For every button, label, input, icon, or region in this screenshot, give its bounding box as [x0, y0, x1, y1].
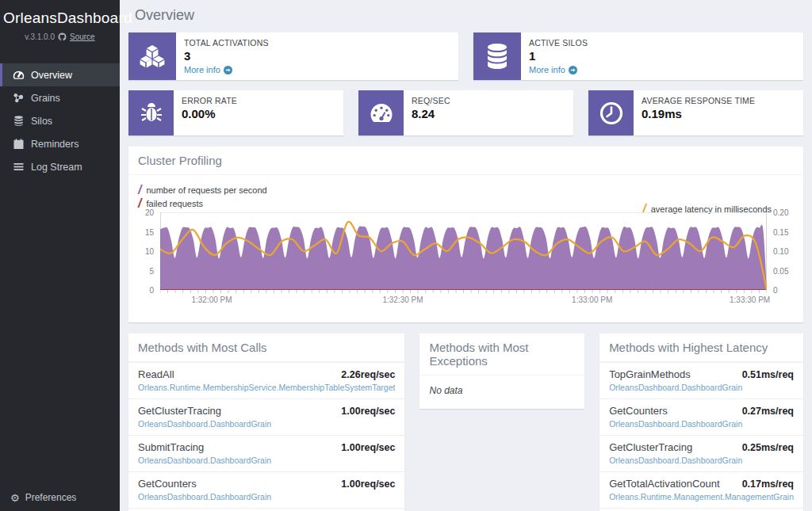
- method-row: ReadAll2.26req/sec Orleans.Runtime.Membe…: [128, 362, 404, 399]
- y-tick-label: 0.10: [773, 247, 788, 256]
- sidebar-item-grains[interactable]: Grains: [0, 86, 120, 109]
- grain-link[interactable]: OrleansDashboard.DashboardGrain: [138, 456, 395, 465]
- stat-value: 1: [529, 49, 588, 63]
- panel-most-exceptions: Methods with Most Exceptions No data: [419, 334, 584, 409]
- grain-link[interactable]: OrleansDashboard.DashboardGrain: [609, 419, 794, 429]
- method-row: GetClusterTracing1.00req/sec OrleansDash…: [128, 399, 404, 435]
- method-row: GetCounters1.00req/sec OrleansDashboard.…: [128, 471, 404, 508]
- more-info-link[interactable]: More info: [184, 65, 269, 74]
- stat-card-total-activations: TOTAL ACTIVATIONS 3 More info: [128, 32, 458, 80]
- page-title: Overview: [135, 7, 803, 24]
- method-value: 2.26req/sec: [341, 369, 395, 380]
- sidebar-item-overview[interactable]: Overview: [0, 63, 120, 86]
- reminders-icon: [13, 139, 25, 149]
- stats-row-1: TOTAL ACTIVATIONS 3 More info ACTIVE SIL…: [128, 32, 803, 80]
- grain-link[interactable]: OrleansDashboard.DashboardGrain: [609, 383, 794, 392]
- stat-label: ACTIVE SILOS: [529, 38, 588, 48]
- legend-slash-requests: /: [138, 185, 141, 195]
- stats-row-2: ERROR RATE 0.00% REQ/SEC 8.24 AVERAGE RE…: [128, 90, 803, 135]
- grain-link[interactable]: Orleans.Runtime.Management.ManagementGra…: [609, 492, 794, 501]
- clock-icon: [599, 101, 623, 125]
- stat-card-avg-response-time: AVERAGE RESPONSE TIME 0.19ms: [588, 90, 803, 135]
- stat-value: 3: [184, 49, 269, 63]
- sidebar-item-label: Reminders: [31, 139, 79, 150]
- preferences-button[interactable]: ⚙ Preferences: [10, 492, 76, 503]
- sidebar-item-label: Silos: [31, 116, 52, 127]
- preferences-label: Preferences: [25, 492, 77, 503]
- method-row: GetClusterTracing0.25ms/req OrleansDashb…: [599, 435, 803, 471]
- x-tick-label: 1:32:30 PM: [382, 296, 423, 304]
- bug-icon: [140, 101, 163, 125]
- stat-value: 0.00%: [182, 107, 237, 120]
- sidebar: OrleansDashboard v.3.1.0.0 Source Overvi…: [0, 0, 120, 511]
- cluster-profiling-title: Cluster Profiling: [128, 147, 803, 175]
- panel-title: Methods with Most Exceptions: [419, 334, 584, 376]
- grain-link[interactable]: OrleansDashboard.DashboardGrain: [609, 456, 794, 465]
- arrow-circle-icon: [569, 66, 577, 74]
- sidebar-item-label: Grains: [31, 93, 60, 104]
- legend-slash-failed: /: [138, 199, 141, 208]
- grain-link[interactable]: OrleansDashboard.DashboardGrain: [138, 419, 395, 429]
- arrow-circle-icon: [224, 66, 232, 74]
- grain-link[interactable]: OrleansDashboard.DashboardGrain: [138, 492, 395, 501]
- database-icon: [485, 44, 509, 69]
- stat-label: AVERAGE RESPONSE TIME: [642, 96, 755, 105]
- stat-label: ERROR RATE: [182, 96, 237, 105]
- y-tick-label: 5: [149, 266, 154, 275]
- method-name: ReadAll: [138, 368, 174, 380]
- method-name: GetCounters: [138, 478, 197, 490]
- stat-card-error-rate: ERROR RATE 0.00%: [128, 90, 343, 135]
- sidebar-item-label: Overview: [31, 70, 72, 81]
- stat-icon-box: [473, 32, 521, 80]
- more-info-link[interactable]: More info: [529, 65, 588, 74]
- app-version: v.3.1.0.0: [25, 32, 55, 41]
- x-tick-label: 1:32:00 PM: [191, 296, 232, 304]
- method-name: GetTotalActivationCount: [609, 478, 719, 490]
- method-value: 0.17ms/req: [742, 479, 794, 490]
- method-value: 1.00req/sec: [341, 442, 395, 453]
- stat-value: 8.24: [412, 107, 450, 120]
- stat-icon-box: [588, 90, 634, 135]
- sidebar-item-silos[interactable]: Silos: [0, 109, 120, 132]
- github-icon: [58, 32, 67, 41]
- y-tick-label: 20: [145, 208, 154, 217]
- method-row: GetTotalActivationCount0.17ms/req Orlean…: [599, 471, 803, 508]
- stat-card-active-silos: ACTIVE SILOS 1 More info: [473, 32, 803, 80]
- method-row: ReportCounters1.00req/sec OrleansDashboa…: [128, 508, 404, 511]
- x-axis-labels: 1:32:00 PM1:32:30 PM1:33:00 PM1:33:30 PM: [160, 296, 767, 305]
- x-tick-label: 1:33:00 PM: [572, 296, 612, 304]
- y-axis-right: 0.200.150.100.050: [770, 212, 794, 290]
- sidebar-item-log-stream[interactable]: Log Stream: [0, 155, 120, 178]
- chart-zone: 20151050 0.200.150.100.050 1:32:00 PM1:3…: [138, 212, 794, 318]
- source-link[interactable]: Source: [70, 32, 95, 41]
- app-title: OrleansDashboard: [3, 10, 117, 27]
- legend-requests: / number of requests per second: [138, 185, 794, 195]
- method-name: GetClusterTracing: [138, 405, 221, 417]
- y-tick-label: 0: [773, 286, 778, 295]
- method-row: SubmitTracing1.00req/sec OrleansDashboar…: [128, 435, 404, 471]
- stat-value: 0.19ms: [642, 107, 755, 120]
- method-row: GetCounters0.27ms/req OrleansDashboard.D…: [599, 399, 803, 435]
- log-stream-icon: [13, 162, 25, 172]
- panel-most-calls: Methods with Most Calls ReadAll2.26req/s…: [128, 334, 404, 511]
- methods-panels: Methods with Most Calls ReadAll2.26req/s…: [128, 334, 803, 511]
- y-tick-label: 0.15: [773, 227, 788, 236]
- panel-highest-latency: Methods with Highest Latency TopGrainMet…: [599, 334, 803, 511]
- stat-icon-box: [128, 90, 174, 135]
- stat-label: REQ/SEC: [412, 96, 450, 105]
- no-data-text: No data: [419, 376, 584, 409]
- gear-icon: ⚙: [10, 493, 20, 503]
- sidebar-item-reminders[interactable]: Reminders: [0, 132, 120, 155]
- method-name: SubmitTracing: [138, 441, 204, 453]
- tachometer-icon: [13, 70, 25, 80]
- stat-label: TOTAL ACTIVATIONS: [184, 38, 269, 48]
- gauge-icon: [369, 101, 394, 125]
- cubes-icon: [139, 44, 166, 68]
- method-value: 0.27ms/req: [742, 406, 794, 417]
- grain-link[interactable]: Orleans.Runtime.MembershipService.Member…: [138, 383, 395, 392]
- y-axis-left: 20151050: [138, 212, 157, 290]
- y-tick-label: 15: [145, 227, 154, 236]
- sidebar-nav: Overview Grains Silos Reminders Log Stre…: [0, 63, 120, 178]
- method-name: GetCounters: [609, 405, 668, 417]
- y-tick-label: 0.20: [773, 208, 788, 217]
